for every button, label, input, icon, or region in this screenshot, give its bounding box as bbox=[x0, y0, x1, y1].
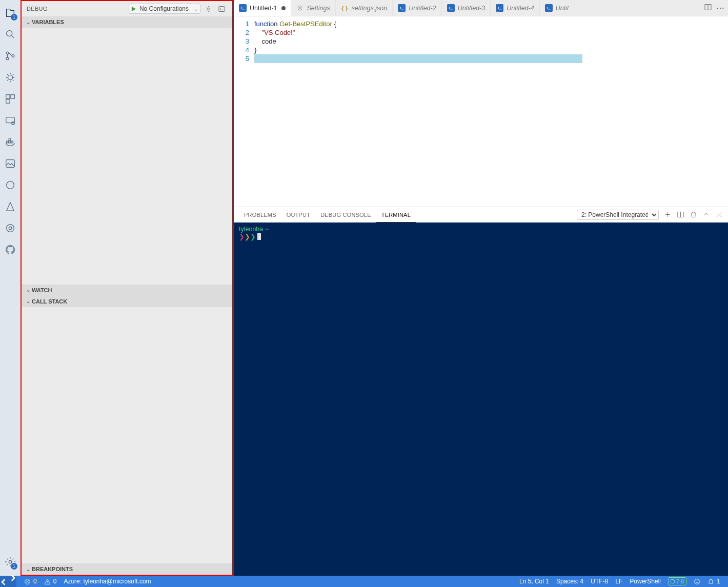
svg-point-18 bbox=[9, 560, 12, 563]
explorer-badge: 1 bbox=[11, 14, 17, 21]
chevron-down-icon[interactable]: ⌄ bbox=[192, 6, 200, 12]
activity-explorer[interactable]: 1 bbox=[0, 2, 21, 24]
settings-badge: 1 bbox=[11, 563, 17, 570]
selection-highlight bbox=[254, 54, 582, 63]
variables-body bbox=[22, 28, 232, 285]
svg-point-21 bbox=[299, 7, 301, 9]
debug-sidebar: DEBUG No Configurations ⌄ ⌄VARIABLES ⌄WA… bbox=[21, 0, 234, 576]
editor-tabs: ›_Untitled-1Settings{ }settings.json›_Un… bbox=[234, 0, 728, 16]
panel-tabs: PROBLEMS OUTPUT DEBUG CONSOLE TERMINAL 2… bbox=[234, 207, 728, 222]
tab-label: Untitled-3 bbox=[458, 5, 486, 12]
svg-rect-12 bbox=[11, 141, 13, 143]
status-warnings[interactable]: 0 bbox=[41, 576, 60, 587]
status-language[interactable]: PowerShell bbox=[626, 578, 664, 585]
editor-tab-4[interactable]: ›_Untitled-3 bbox=[442, 0, 491, 16]
activity-extensions[interactable] bbox=[0, 88, 21, 110]
svg-rect-13 bbox=[9, 139, 11, 141]
status-eol[interactable]: LF bbox=[612, 578, 626, 585]
editor-tab-6[interactable]: ›_Untit bbox=[540, 0, 575, 16]
kill-terminal-icon[interactable] bbox=[690, 211, 697, 219]
status-encoding[interactable]: UTF-8 bbox=[587, 578, 612, 585]
svg-rect-14 bbox=[6, 160, 15, 168]
status-spaces[interactable]: Spaces: 4 bbox=[553, 578, 587, 585]
activity-generic2[interactable] bbox=[0, 217, 21, 239]
activity-generic1[interactable] bbox=[0, 174, 21, 196]
svg-rect-20 bbox=[218, 6, 224, 11]
editor-tab-1[interactable]: Settings bbox=[291, 0, 336, 16]
code-editor[interactable]: 12345 function Get-BestPSEditor { "VS Co… bbox=[234, 16, 728, 207]
gear-icon[interactable] bbox=[203, 5, 214, 13]
remote-indicator[interactable] bbox=[0, 576, 16, 587]
debug-title: DEBUG bbox=[27, 6, 129, 12]
activity-scm[interactable] bbox=[0, 45, 21, 67]
powershell-icon: ›_ bbox=[239, 4, 247, 12]
play-icon[interactable] bbox=[129, 6, 138, 12]
tab-label: settings.json bbox=[352, 5, 387, 12]
svg-point-16 bbox=[7, 225, 14, 232]
powershell-icon: ›_ bbox=[545, 4, 553, 12]
tab-label: Untit bbox=[556, 5, 569, 12]
svg-point-1 bbox=[6, 52, 9, 54]
json-icon: { } bbox=[341, 4, 349, 12]
tab-label: Untitled-4 bbox=[507, 5, 534, 12]
svg-rect-7 bbox=[6, 99, 10, 103]
terminal[interactable]: tyleonha ~ ❯❯❯ bbox=[234, 222, 728, 576]
section-breakpoints[interactable]: ⌄BREAKPOINTS bbox=[22, 563, 232, 575]
debug-console-icon[interactable] bbox=[216, 5, 227, 13]
more-actions-icon[interactable]: ⋯ bbox=[716, 3, 725, 13]
split-editor-icon[interactable] bbox=[704, 3, 712, 13]
svg-rect-10 bbox=[7, 141, 9, 143]
svg-point-3 bbox=[12, 55, 14, 57]
panel-tab-output[interactable]: OUTPUT bbox=[281, 207, 315, 222]
svg-point-4 bbox=[8, 75, 12, 79]
panel-tab-problems[interactable]: PROBLEMS bbox=[239, 207, 281, 222]
status-lncol[interactable]: Ln 5, Col 1 bbox=[516, 578, 553, 585]
svg-point-2 bbox=[6, 57, 9, 60]
callstack-body bbox=[22, 307, 232, 564]
section-callstack[interactable]: ⌄CALL STACK bbox=[22, 296, 232, 307]
editor-tab-3[interactable]: ›_Untitled-2 bbox=[393, 0, 442, 16]
status-azure[interactable]: Azure: tyleonha@microsoft.com bbox=[60, 576, 154, 587]
svg-point-0 bbox=[7, 31, 12, 36]
status-bar: 0 0 Azure: tyleonha@microsoft.com Ln 5, … bbox=[0, 576, 728, 587]
editor-tab-2[interactable]: { }settings.json bbox=[336, 0, 393, 16]
activity-github[interactable] bbox=[0, 239, 21, 260]
activity-debug[interactable] bbox=[0, 67, 21, 88]
activity-docker[interactable] bbox=[0, 131, 21, 153]
split-terminal-icon[interactable] bbox=[677, 211, 684, 219]
status-psversion[interactable]: 7.0 bbox=[664, 577, 690, 585]
tab-label: Settings bbox=[307, 5, 330, 12]
activity-settings[interactable]: 1 bbox=[0, 551, 21, 573]
panel-tab-terminal[interactable]: TERMINAL bbox=[376, 207, 416, 222]
terminal-prompt: ❯❯❯ bbox=[239, 233, 256, 240]
debug-header: DEBUG No Configurations ⌄ bbox=[22, 1, 232, 16]
close-panel-icon[interactable] bbox=[715, 211, 723, 219]
status-feedback[interactable] bbox=[690, 578, 704, 585]
editor-area: ›_Untitled-1Settings{ }settings.json›_Un… bbox=[234, 0, 728, 576]
activity-search[interactable] bbox=[0, 24, 21, 45]
activity-image[interactable] bbox=[0, 153, 21, 174]
debug-config-label: No Configurations bbox=[138, 5, 192, 12]
code-body[interactable]: function Get-BestPSEditor { "VS Code!" c… bbox=[254, 16, 728, 207]
section-watch[interactable]: ⌄WATCH bbox=[22, 285, 232, 296]
svg-point-9 bbox=[12, 122, 15, 125]
powershell-icon: ›_ bbox=[398, 4, 406, 12]
panel-tab-debug[interactable]: DEBUG CONSOLE bbox=[315, 207, 376, 222]
powershell-icon: ›_ bbox=[496, 4, 503, 12]
maximize-panel-icon[interactable] bbox=[702, 211, 710, 219]
svg-point-15 bbox=[7, 181, 14, 189]
status-errors[interactable]: 0 bbox=[21, 576, 41, 587]
activity-azure[interactable] bbox=[0, 196, 21, 217]
activity-remote[interactable] bbox=[0, 110, 21, 131]
terminal-cursor bbox=[257, 233, 261, 240]
svg-rect-6 bbox=[11, 95, 14, 98]
debug-config-selector[interactable]: No Configurations ⌄ bbox=[129, 4, 200, 14]
new-terminal-icon[interactable] bbox=[664, 211, 672, 219]
gear-icon bbox=[296, 4, 304, 12]
status-notifications[interactable]: 1 bbox=[704, 578, 724, 585]
editor-tab-0[interactable]: ›_Untitled-1 bbox=[234, 0, 291, 16]
editor-tab-5[interactable]: ›_Untitled-4 bbox=[491, 0, 540, 16]
svg-point-19 bbox=[207, 8, 209, 10]
section-variables[interactable]: ⌄VARIABLES bbox=[22, 16, 232, 28]
terminal-selector[interactable]: 2: PowerShell Integrated Con bbox=[577, 210, 659, 220]
